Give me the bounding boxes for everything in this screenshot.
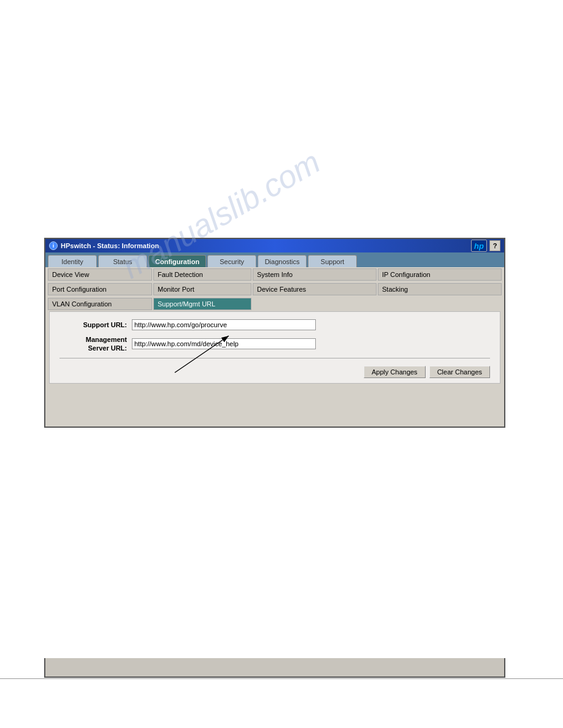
support-url-row: Support URL: — [59, 319, 490, 330]
title-bar: i HPswitch - Status: Information hp ? — [45, 239, 504, 252]
window-title: HPswitch - Status: Information — [61, 242, 159, 249]
browser-window: i HPswitch - Status: Information hp ? Id… — [44, 238, 505, 428]
hp-logo: hp — [471, 240, 487, 252]
nav-grid-row1: Device View Fault Detection System Info … — [45, 267, 504, 282]
support-url-input[interactable] — [132, 319, 316, 330]
nav-grid-row3: VLAN Configuration Support/Mgmt URL — [45, 297, 504, 311]
clear-changes-button[interactable]: Clear Changes — [429, 366, 490, 378]
nav-support-mgmt-url[interactable]: Support/Mgmt URL — [153, 298, 251, 310]
support-url-label: Support URL: — [59, 321, 127, 328]
title-bar-left: i HPswitch - Status: Information — [49, 241, 159, 250]
apply-changes-button[interactable]: Apply Changes — [364, 366, 426, 378]
tab-configuration[interactable]: Configuration — [148, 255, 206, 267]
nav-fault-detection[interactable]: Fault Detection — [153, 268, 251, 281]
mgmt-url-row: Management Server URL: — [59, 335, 490, 353]
tab-identity[interactable]: Identity — [48, 255, 97, 267]
tab-security[interactable]: Security — [207, 255, 256, 267]
nav-vlan-configuration[interactable]: VLAN Configuration — [48, 298, 152, 310]
nav-tabs: Identity Status Configuration Security D… — [45, 252, 504, 267]
nav-ip-configuration[interactable]: IP Configuration — [378, 268, 502, 281]
tab-support[interactable]: Support — [308, 255, 357, 267]
nav-device-view[interactable]: Device View — [48, 268, 152, 281]
nav-system-info[interactable]: System Info — [253, 268, 377, 281]
info-icon: i — [49, 241, 58, 250]
bottom-gray-strip — [44, 658, 505, 678]
nav-device-features[interactable]: Device Features — [253, 283, 377, 295]
nav-stacking[interactable]: Stacking — [378, 283, 502, 295]
title-bar-right: hp ? — [471, 240, 500, 252]
bottom-divider — [0, 678, 563, 679]
help-button[interactable]: ? — [489, 240, 500, 251]
form-wrapper: Support URL: Management Server URL: Appl… — [45, 311, 504, 427]
tab-diagnostics[interactable]: Diagnostics — [258, 255, 307, 267]
form-buttons: Apply Changes Clear Changes — [59, 366, 490, 378]
form-panel: Support URL: Management Server URL: Appl… — [49, 311, 500, 384]
nav-grid-row2: Port Configuration Monitor Port Device F… — [45, 282, 504, 297]
nav-monitor-port[interactable]: Monitor Port — [153, 283, 251, 295]
form-divider — [59, 358, 490, 358]
tab-status[interactable]: Status — [98, 255, 147, 267]
mgmt-url-input[interactable] — [132, 338, 316, 349]
mgmt-url-label: Management Server URL: — [59, 335, 127, 353]
inner-layout: Device View Fault Detection System Info … — [45, 267, 504, 427]
nav-port-configuration[interactable]: Port Configuration — [48, 283, 152, 295]
